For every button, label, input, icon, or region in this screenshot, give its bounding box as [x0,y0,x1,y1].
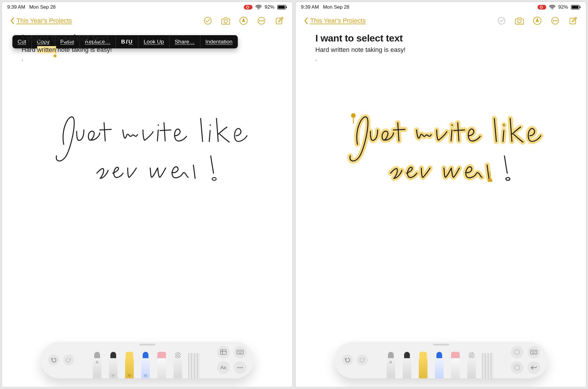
tool-marker[interactable] [416,352,430,378]
app-header: This Year's Projects [2,12,292,29]
note-text-post: note taking is easy! [56,46,112,53]
redo-button[interactable] [357,354,368,365]
handwriting-area[interactable] [296,107,586,182]
tool-lasso[interactable] [464,352,479,378]
markup-button[interactable] [239,16,248,26]
compose-button[interactable] [568,16,578,26]
note-text-line[interactable]: Hard written note taking is easy! [315,46,566,54]
status-date: Mon Sep 28 [29,4,56,10]
svg-rect-29 [570,18,576,24]
dock-handle[interactable] [433,344,449,345]
svg-rect-3 [286,6,287,8]
tool-ruler[interactable] [480,352,495,378]
camera-button[interactable] [514,16,524,26]
tool-dock-wrap: A 97 88 50 Aa [2,341,292,378]
tool-handwriting-pen[interactable]: A [90,352,104,378]
note-body[interactable]: I want to select text Hard written note … [2,29,292,387]
svg-point-28 [556,20,557,21]
tool-row: A [372,341,507,378]
tool-pencil[interactable]: 50 [138,352,153,378]
checklist-button[interactable] [497,16,506,26]
checklist-button[interactable] [203,16,213,26]
battery-icon [571,5,581,10]
tool-dock-wrap: A [296,341,586,378]
svg-point-26 [553,20,554,21]
tool-handwriting-pen[interactable]: A [384,352,398,378]
tool-pen[interactable]: 97 [106,352,120,378]
back-label: This Year's Projects [16,17,72,24]
tool-eraser[interactable] [154,352,169,378]
tool-pencil[interactable] [432,352,446,378]
screen-record-indicator[interactable] [244,5,252,10]
svg-point-34 [514,365,520,370]
selected-text[interactable]: written [37,46,56,53]
chevron-left-icon [10,17,15,24]
keyboard-button[interactable] [527,346,540,358]
dock-more-button[interactable] [234,361,246,374]
handwriting-area[interactable] [2,107,292,182]
back-button[interactable]: This Year's Projects [304,17,366,24]
undo-button[interactable] [48,354,59,365]
svg-rect-35 [531,350,537,354]
note-text-line[interactable]: Hard written note taking is easy! [22,46,273,54]
screen-record-indicator[interactable] [538,5,546,10]
status-bar: 9:39 AM Mon Sep 28 92% [296,2,586,12]
note-title[interactable]: I want to select text [22,33,273,44]
svg-rect-2 [278,6,285,9]
keyboard-button[interactable] [234,346,246,358]
dock-round-a[interactable] [511,346,523,358]
dock-handle[interactable] [139,344,155,345]
svg-point-8 [259,20,260,21]
svg-rect-13 [220,350,226,354]
status-date: Mon Sep 28 [323,4,349,10]
note-text-mid: written [331,46,350,53]
record-icon [246,6,249,9]
dock-back-button[interactable] [527,361,540,374]
chevron-left-icon [304,17,308,24]
svg-rect-14 [237,350,243,354]
tool-dock[interactable]: A [334,341,548,378]
tool-dock[interactable]: A 97 88 50 Aa [41,341,254,378]
svg-rect-21 [580,6,581,8]
tool-ruler[interactable] [187,352,201,378]
note-body[interactable]: I want to select text Hard written note … [296,29,586,387]
more-button[interactable] [550,16,560,26]
tool-marker[interactable]: 88 [122,352,137,378]
tool-lasso[interactable] [171,352,185,378]
note-dot-line[interactable]: . [315,55,566,62]
svg-rect-20 [572,6,578,9]
svg-point-17 [242,367,243,368]
svg-rect-11 [276,18,282,24]
back-label: This Year's Projects [310,17,366,24]
note-dot-line[interactable]: . [22,55,273,62]
table-button[interactable] [217,346,230,358]
tool-eraser[interactable] [448,352,463,378]
svg-point-10 [263,20,264,21]
battery-icon [277,5,287,10]
camera-button[interactable] [221,16,231,26]
svg-point-4 [204,17,211,24]
app-header: This Year's Projects [296,12,586,29]
text-format-button[interactable]: Aa [217,361,230,374]
undo-button[interactable] [342,354,353,365]
svg-point-0 [258,8,259,9]
tool-pen[interactable] [400,352,414,378]
status-bar: 9:39 AM Mon Sep 28 92% [2,2,292,12]
svg-point-22 [498,17,505,24]
battery-pct: 92% [265,4,274,10]
svg-point-5 [224,20,227,23]
svg-point-27 [555,20,556,21]
note-text-pre: Hard [22,46,37,53]
more-button[interactable] [257,16,266,26]
dock-round-b[interactable] [511,361,523,374]
svg-point-33 [514,350,520,355]
redo-button[interactable] [63,354,74,365]
wifi-icon [255,5,262,10]
svg-point-15 [238,367,239,368]
status-time: 9:39 AM [7,4,25,10]
note-title[interactable]: I want to select text [315,33,566,44]
markup-button[interactable] [532,16,542,26]
svg-point-12 [212,177,216,180]
compose-button[interactable] [274,16,284,26]
back-button[interactable]: This Year's Projects [10,17,72,24]
